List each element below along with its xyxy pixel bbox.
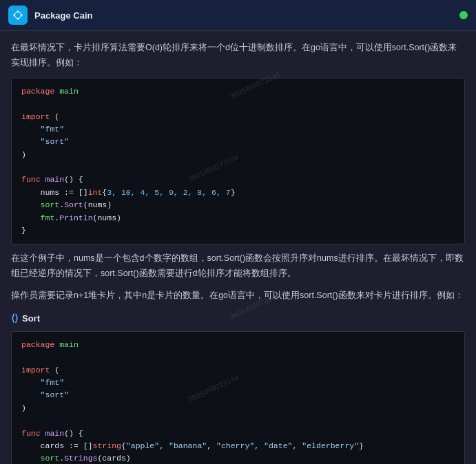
svg-point-1 (15, 12, 21, 18)
code-func-call2: Println (59, 213, 92, 222)
code-pkg-ref2: fmt (41, 213, 55, 222)
app-header: Package Cain (0, 0, 476, 31)
code-keyword: package (21, 87, 54, 96)
sort-icon: ⟨⟩ (11, 310, 18, 327)
code-package: main (59, 340, 79, 349)
code-package: main (59, 87, 79, 96)
section1-description: 在这个例子中，nums是一个包含d个数字的数组，sort.Sort()函数会按照… (11, 251, 465, 282)
code-keyword: func (21, 175, 41, 184)
code-pkg-ref: sort (41, 200, 60, 209)
section-1: 在最坏情况下，卡片排序算法需要O(d)轮排序来将一个d位十进制数排序。在go语言… (11, 41, 465, 304)
code-func-call: Sort (64, 200, 83, 209)
section2-code: package main import ( "fmt" "sort" ) fun… (11, 331, 465, 464)
app-logo-icon (8, 6, 28, 25)
code-string: "fmt" (41, 125, 65, 134)
code-string: "banana" (169, 441, 207, 450)
section2-header-area: ⟨⟩ Sort (11, 310, 465, 327)
code-string: "cherry" (216, 441, 254, 450)
code-string: "elderberry" (302, 441, 359, 450)
section1-extra: 操作员需要记录n+1堆卡片，其中n是卡片的数量。在go语言中，可以使用sort.… (11, 288, 465, 304)
sort-title-text: Sort (22, 311, 40, 326)
code-string: "sort" (41, 390, 69, 399)
code-keyword: import (21, 112, 50, 121)
code-number: 3, 10, 4, 5, 9, 2, 8, 6, 7 (107, 188, 230, 197)
code-string: "date" (264, 441, 292, 450)
code-pkg-ref: sort (41, 454, 60, 463)
code-keyword: import (21, 366, 50, 375)
code-type: int (88, 188, 103, 197)
app-title: Package Cain (34, 10, 93, 21)
code-function: main (45, 429, 65, 438)
code-keyword: func (21, 429, 41, 438)
section1-intro: 在最坏情况下，卡片排序算法需要O(d)轮排序来将一个d位十进制数排序。在go语言… (11, 41, 465, 71)
main-content: 3605459073144 3605459073144 360545907314… (0, 31, 476, 464)
status-dot (459, 11, 468, 19)
code-string: "fmt" (41, 378, 65, 387)
code-func-call: Strings (64, 454, 97, 463)
code-type: string (93, 441, 121, 450)
section-2: package main import ( "fmt" "sort" ) fun… (11, 331, 465, 464)
section1-code: package main import ( "fmt" "sort" ) fun… (11, 78, 465, 245)
section2-title: ⟨⟩ Sort (11, 310, 465, 327)
code-string: "sort" (41, 137, 69, 146)
code-function: main (45, 175, 65, 184)
code-string: "apple" (126, 441, 159, 450)
code-keyword: package (21, 340, 54, 349)
